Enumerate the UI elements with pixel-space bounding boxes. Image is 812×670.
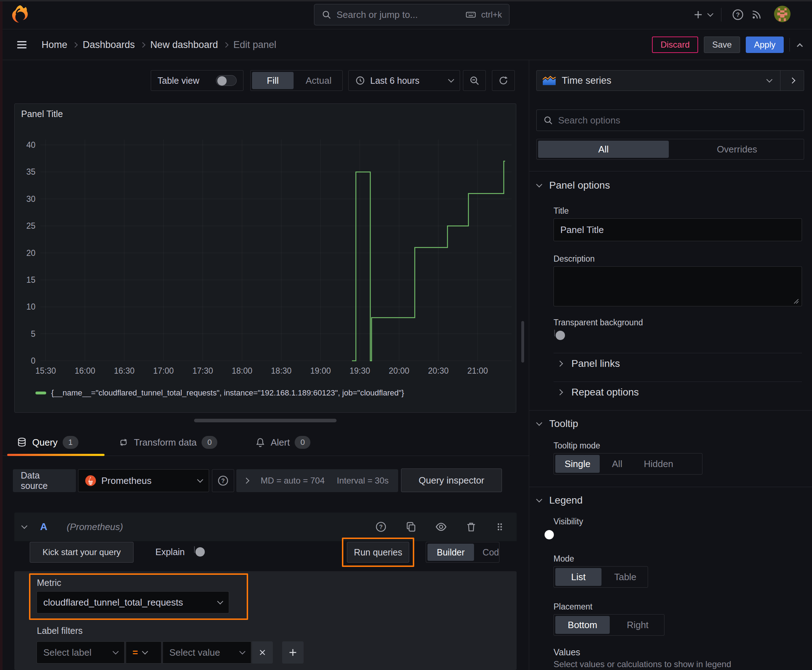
max-data-points-label: MD = auto = 704 [261, 475, 325, 486]
metric-select[interactable]: cloudflared_tunnel_total_requests [37, 591, 229, 613]
panel-options-header[interactable]: Panel options [537, 180, 610, 191]
placement-bottom[interactable]: Bottom [555, 616, 610, 634]
code-option[interactable]: Code [475, 542, 500, 562]
actual-option[interactable]: Actual [295, 71, 342, 91]
kick-start-query-button[interactable]: Kick start your query [30, 542, 134, 563]
chart-panel[interactable]: Panel Title 051015202530354015:3016:0016… [14, 103, 516, 413]
add-new-icon[interactable] [691, 9, 705, 20]
remove-filter-button[interactable] [252, 641, 273, 663]
zoom-out-button[interactable] [463, 70, 486, 91]
fill-option[interactable]: Fill [252, 72, 293, 89]
query-row-collapse-icon[interactable] [22, 523, 27, 529]
transparent-background-toggle[interactable] [554, 330, 555, 337]
svg-text:?: ? [379, 524, 383, 530]
query-inspector-button[interactable]: Query inspector [401, 469, 502, 492]
query-options-strip[interactable]: MD = auto = 704 Interval = 30s [236, 469, 398, 492]
viz-suggestions-button[interactable] [780, 71, 804, 91]
add-filter-button[interactable] [282, 641, 303, 663]
save-button[interactable]: Save [704, 37, 740, 53]
repeat-options-header[interactable]: Repeat options [558, 387, 639, 398]
tooltip-mode-hidden[interactable]: Hidden [633, 453, 684, 474]
tooltip-section-header[interactable]: Tooltip [537, 418, 578, 430]
discard-button[interactable]: Discard [652, 37, 698, 53]
placement-label: Placement [554, 602, 593, 612]
user-avatar[interactable] [774, 5, 791, 24]
select-value-dropdown[interactable]: Select value [163, 641, 251, 663]
legend-mode-list[interactable]: List [555, 568, 602, 586]
active-tab-underline [7, 454, 105, 456]
breadcrumb-dashboards[interactable]: Dashboards [83, 39, 135, 51]
duplicate-query-icon[interactable] [401, 521, 421, 533]
help-icon[interactable]: ? [730, 8, 746, 21]
tooltip-mode-all[interactable]: All [601, 453, 633, 474]
metric-chevron-icon [217, 599, 224, 604]
add-new-chevron-icon[interactable] [707, 11, 714, 17]
panel-title-input[interactable] [554, 218, 802, 241]
table-view-toggle[interactable] [216, 75, 237, 86]
svg-text:20:00: 20:00 [389, 366, 410, 376]
tooltip-collapse-icon [536, 420, 542, 426]
breadcrumb-new-dashboard[interactable]: New dashboard [150, 39, 218, 51]
builder-option[interactable]: Builder [427, 544, 474, 561]
run-queries-button[interactable]: Run queries [347, 542, 409, 563]
menu-hamburger-icon[interactable] [16, 39, 28, 51]
all-overrides-tabs: All Overrides [536, 139, 804, 160]
query-row-header[interactable]: A (Prometheus) ? [14, 513, 517, 541]
explain-toggle[interactable] [194, 546, 195, 553]
panel-links-header[interactable]: Panel links [558, 358, 620, 369]
svg-text:25: 25 [26, 221, 36, 230]
scrollbar-thumb[interactable] [521, 321, 524, 362]
hide-response-eye-icon[interactable] [431, 521, 451, 533]
query-ref-id[interactable]: A [40, 521, 47, 533]
datasource-help-button[interactable]: ? [212, 469, 234, 492]
fill-actual-switch: Fill Actual [250, 70, 342, 91]
delete-query-trash-icon[interactable] [461, 521, 481, 533]
query-help-icon[interactable]: ? [371, 521, 391, 533]
query-editor-card: Metric cloudflared_tunnel_total_requests… [14, 571, 517, 670]
legend-mode-table[interactable]: Table [603, 567, 648, 587]
tab-transform-data[interactable]: Transform data 0 [118, 436, 217, 449]
news-rss-icon[interactable] [749, 9, 765, 20]
tooltip-mode-single[interactable]: Single [555, 455, 600, 473]
tab-query[interactable]: Query 1 [17, 436, 78, 449]
operator-dropdown[interactable]: = [125, 641, 161, 663]
svg-text:19:30: 19:30 [349, 366, 370, 376]
svg-text:35: 35 [26, 167, 36, 176]
refresh-button[interactable] [492, 70, 515, 91]
collapse-header-icon[interactable] [797, 43, 803, 49]
section-divider [529, 487, 812, 487]
time-series-chart[interactable]: 051015202530354015:3016:0016:3017:0017:3… [15, 122, 517, 397]
time-range-label: Last 6 hours [370, 76, 444, 86]
description-textarea[interactable] [554, 266, 802, 306]
tab-alert[interactable]: Alert 0 [255, 436, 310, 449]
series-color-swatch [36, 392, 46, 394]
legend-item[interactable]: {__name__="cloudflared_tunnel_total_requ… [36, 388, 404, 398]
panel-resize-handle[interactable] [194, 419, 337, 422]
help-circle-icon: ? [217, 475, 229, 486]
tab-query-label: Query [32, 437, 58, 448]
datasource-picker[interactable]: Prometheus [78, 469, 209, 492]
tab-all[interactable]: All [538, 140, 669, 158]
tab-alert-label: Alert [271, 437, 290, 448]
table-view-control: Table view [151, 70, 244, 91]
tab-overrides[interactable]: Overrides [670, 139, 804, 159]
apply-button[interactable]: Apply [746, 37, 784, 53]
svg-text:15:30: 15:30 [36, 366, 56, 376]
select-label-dropdown[interactable]: Select label [37, 641, 125, 663]
chevron-right-icon [789, 78, 795, 84]
breadcrumb-home[interactable]: Home [42, 39, 67, 51]
legend-section-header[interactable]: Legend [537, 495, 583, 506]
global-search-input[interactable]: Search or jump to... ctrl+k [314, 4, 509, 25]
select-label-placeholder: Select label [43, 647, 108, 658]
bell-icon [255, 437, 266, 448]
topbar-actions: ? [691, 0, 791, 29]
visualization-picker[interactable]: Time series [536, 70, 804, 91]
textarea-resize-icon[interactable] [793, 298, 799, 304]
query-datasource-hint: (Prometheus) [66, 521, 361, 533]
search-options-input[interactable]: Search options [536, 110, 804, 131]
breadcrumb-edit-panel: Edit panel [234, 39, 276, 51]
time-range-picker[interactable]: Last 6 hours [348, 70, 460, 91]
drag-handle-icon[interactable] [491, 521, 509, 532]
placement-right[interactable]: Right [611, 614, 664, 635]
grafana-logo-icon[interactable] [10, 4, 30, 24]
